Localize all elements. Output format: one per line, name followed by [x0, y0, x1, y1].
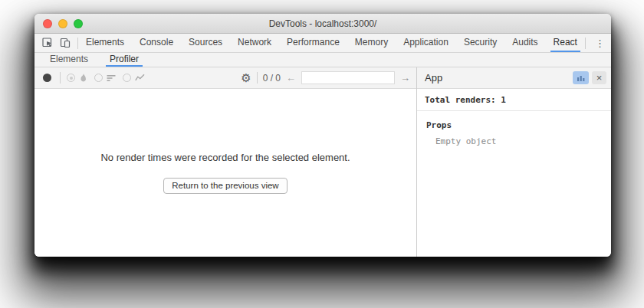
tab-label: Memory: [355, 37, 388, 48]
tab-elements[interactable]: Elements: [83, 34, 127, 52]
traffic-lights: [43, 14, 83, 33]
tab-console[interactable]: Console: [136, 34, 176, 52]
device-toolbar-icon[interactable]: [60, 38, 71, 48]
return-previous-view-button[interactable]: Return to the previous view: [163, 178, 287, 194]
react-subtabbar: Elements Profiler: [34, 53, 611, 67]
props-value: Empty object: [417, 130, 611, 146]
selected-component-name: App: [425, 72, 570, 84]
flamegraph-icon: [79, 73, 88, 84]
tab-label: Console: [140, 37, 173, 48]
return-button-row: Return to the previous view: [34, 178, 416, 194]
tab-performance[interactable]: Performance: [284, 34, 343, 52]
radio-interactions[interactable]: [123, 74, 131, 82]
tab-audits[interactable]: Audits: [509, 34, 540, 52]
record-icon[interactable]: [43, 74, 51, 82]
devtools-tabbar: Elements Console Sources Network Perform…: [34, 34, 611, 53]
tab-sources[interactable]: Sources: [186, 34, 225, 52]
profiler-main-pane: ⚙ 0 / 0 ← → No render times were recorde…: [34, 67, 416, 257]
tab-react[interactable]: React: [550, 34, 580, 52]
tab-memory[interactable]: Memory: [352, 34, 391, 52]
kebab-menu-icon[interactable]: ⋮: [592, 37, 608, 50]
tab-label: Elements: [86, 37, 124, 48]
tab-label: Audits: [512, 37, 537, 48]
subtab-elements[interactable]: Elements: [46, 53, 92, 67]
tab-label: React: [554, 37, 577, 48]
selected-element-pane: App × Total renders: 1 Props Empty objec…: [416, 67, 611, 257]
inspect-cursor-icon[interactable]: [42, 38, 53, 48]
divider: [585, 38, 586, 49]
props-label: Props: [417, 111, 611, 130]
profiler-body: ⚙ 0 / 0 ← → No render times were recorde…: [34, 67, 611, 257]
toolbar-right-group: ⚙ 0 / 0 ← →: [241, 71, 410, 84]
subtab-label: Elements: [50, 54, 88, 64]
titlebar: DevTools - localhost:3000/: [34, 14, 611, 34]
radio-flamegraph[interactable]: [67, 74, 75, 82]
radio-dot: [70, 77, 73, 80]
screenshot-stage: DevTools - localhost:3000/: [0, 0, 644, 308]
next-commit-icon[interactable]: →: [400, 73, 410, 83]
tab-label: Sources: [189, 37, 222, 48]
empty-state-message: No render times were recorded for the se…: [34, 152, 416, 163]
minimize-window-button[interactable]: [58, 19, 67, 28]
commit-counter: 0 / 0: [263, 73, 281, 84]
view-option-flamegraph[interactable]: [67, 73, 88, 84]
tab-network[interactable]: Network: [235, 34, 274, 52]
devtools-window: DevTools - localhost:3000/: [34, 14, 611, 257]
toolbar-icons: [34, 34, 78, 52]
subtab-label: Profiler: [110, 54, 139, 64]
profiler-toolbar: ⚙ 0 / 0 ← →: [34, 67, 416, 89]
divider: [60, 72, 61, 84]
commit-filter-input[interactable]: [301, 71, 395, 84]
divider: [77, 38, 78, 49]
close-icon[interactable]: ×: [592, 71, 606, 84]
tab-label: Security: [464, 37, 497, 48]
close-window-button[interactable]: [43, 19, 52, 28]
ranked-chart-icon: [107, 74, 117, 83]
view-option-interactions[interactable]: [123, 74, 145, 82]
tab-application[interactable]: Application: [400, 34, 452, 52]
tab-security[interactable]: Security: [461, 34, 500, 52]
tabbar-right: ⋮: [585, 34, 611, 52]
total-renders: Total renders: 1: [417, 89, 611, 111]
selected-element-details: Total renders: 1 Props Empty object: [417, 89, 611, 257]
subtab-profiler[interactable]: Profiler: [106, 53, 143, 67]
bar-chart-icon[interactable]: [573, 71, 589, 84]
previous-commit-icon[interactable]: ←: [286, 73, 296, 83]
view-option-ranked[interactable]: [94, 74, 117, 83]
radio-ranked[interactable]: [94, 74, 103, 82]
window-title: DevTools - localhost:3000/: [269, 18, 377, 29]
profiler-content: No render times were recorded for the se…: [34, 89, 416, 257]
divider: [257, 72, 258, 84]
selected-element-header: App ×: [417, 67, 611, 89]
tab-label: Application: [403, 37, 449, 48]
zoom-window-button[interactable]: [74, 19, 83, 28]
tab-label: Network: [238, 37, 271, 48]
gear-icon[interactable]: ⚙: [241, 72, 251, 84]
tab-label: Performance: [287, 37, 340, 48]
interactions-icon: [135, 74, 145, 82]
